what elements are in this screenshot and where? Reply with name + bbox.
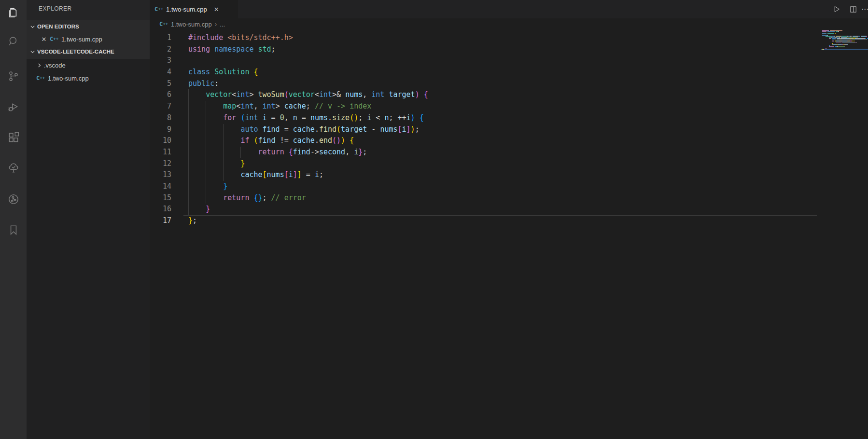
code-line[interactable]: 5public: <box>150 78 821 90</box>
minimap-line-fragment <box>841 36 847 37</box>
minimap-line-fragment <box>865 38 866 39</box>
minimap-line-fragment <box>827 33 834 34</box>
minimap-line-fragment <box>866 40 867 41</box>
workspace-section-header[interactable]: VSCODE-LEETCODE-CACHE <box>27 45 152 58</box>
minimap-line-fragment <box>852 40 857 41</box>
code-line[interactable]: 15 return {}; // error <box>150 192 821 204</box>
todo-tree-icon[interactable] <box>0 155 27 180</box>
minimap-line-fragment <box>842 41 847 41</box>
bookmarks-icon[interactable] <box>0 218 27 243</box>
line-number: 7 <box>150 101 171 112</box>
code-line[interactable]: 6 vector<int> twoSum(vector<int>& nums, … <box>150 89 821 101</box>
line-number: 10 <box>150 135 171 147</box>
explorer-icon[interactable] <box>0 0 27 25</box>
code-line-text: #include <bits/stdc++.h> <box>188 32 293 44</box>
run-and-debug-icon[interactable] <box>0 95 27 120</box>
code-line-text: return {}; // error <box>188 192 306 204</box>
tree-item-vscode-folder[interactable]: .vscode <box>27 59 158 71</box>
line-number: 4 <box>150 67 171 78</box>
minimap-line-fragment <box>832 41 834 41</box>
tab-label: 1.two-sum.cpp <box>166 6 207 13</box>
cpp-file-icon: C++ <box>36 75 45 82</box>
line-number: 8 <box>150 112 171 124</box>
code-line[interactable]: 1#include <bits/stdc++.h> <box>150 32 821 44</box>
chevron-right-icon <box>35 63 43 68</box>
line-number: 5 <box>150 78 171 90</box>
tab-two-sum[interactable]: C++ 1.two-sum.cpp ✕ <box>150 0 238 18</box>
minimap-line-fragment <box>832 43 833 44</box>
extensions-icon[interactable] <box>0 125 27 150</box>
minimap-line-fragment <box>853 36 856 37</box>
code-line[interactable]: 14 } <box>150 181 821 192</box>
minimap-line-fragment <box>850 38 854 39</box>
code-line[interactable]: 16 } <box>150 204 821 215</box>
minimap-line-fragment <box>846 38 849 39</box>
minimap[interactable] <box>821 27 868 55</box>
minimap-line-fragment <box>848 42 853 43</box>
breadcrumb-more[interactable]: ... <box>220 21 225 28</box>
minimap-line-fragment <box>838 46 845 47</box>
code-line[interactable]: 9 auto find = cache.find(target - nums[i… <box>150 124 821 136</box>
more-actions-button[interactable]: ⋯ <box>861 2 868 16</box>
line-number: 15 <box>150 192 171 204</box>
code-line[interactable]: 7 map<int, int> cache; // v -> index <box>150 101 821 112</box>
minimap-line-fragment <box>829 46 834 47</box>
breadcrumb: C++ 1.two-sum.cpp › ... <box>150 18 225 30</box>
minimap-line-fragment <box>830 30 842 31</box>
minimap-line-fragment <box>834 36 835 37</box>
code-line[interactable]: 17}; <box>150 215 821 227</box>
minimap-line-fragment <box>858 36 860 37</box>
cpp-file-icon: C++ <box>154 6 163 13</box>
line-number: 11 <box>150 147 171 158</box>
minimap-line-fragment <box>859 40 863 41</box>
sidebar-title: EXPLORER <box>39 5 72 12</box>
line-number: 17 <box>150 215 171 227</box>
minimap-line-fragment <box>851 36 852 37</box>
minimap-line-fragment <box>848 44 849 45</box>
minimap-line-fragment <box>842 42 846 43</box>
code-line[interactable]: 13 cache[nums[i]] = i; <box>150 169 821 181</box>
code-line[interactable]: 12 } <box>150 158 821 170</box>
breadcrumb-separator: › <box>215 20 217 28</box>
code-line-text: public: <box>188 78 219 90</box>
code-line[interactable]: 4class Solution { <box>150 67 821 78</box>
code-line[interactable]: 8 for (int i = 0, n = nums.size(); i < n… <box>150 112 821 124</box>
code-line[interactable]: 11 return {find->second, i}; <box>150 147 821 158</box>
open-editor-item[interactable]: ✕ C++ 1.two-sum.cpp <box>27 33 163 45</box>
tab-bar: C++ 1.two-sum.cpp ✕ ⋯ <box>150 0 868 18</box>
line-number: 1 <box>150 32 171 44</box>
minimap-line-fragment <box>832 44 837 45</box>
line-number: 13 <box>150 169 171 181</box>
tab-close-icon[interactable]: ✕ <box>214 6 219 13</box>
code-line-text: auto find = cache.find(target - nums[i])… <box>188 124 420 136</box>
tree-item-label: .vscode <box>44 62 66 69</box>
breadcrumb-file[interactable]: 1.two-sum.cpp <box>171 21 212 28</box>
minimap-line-fragment <box>829 38 831 39</box>
cpp-file-icon: C++ <box>159 21 168 27</box>
code-editor[interactable]: 1#include <bits/stdc++.h>2using namespac… <box>150 32 821 227</box>
split-editor-button[interactable] <box>845 2 861 16</box>
minimap-line-fragment <box>822 33 826 34</box>
minimap-line-fragment <box>852 41 853 41</box>
source-control-icon[interactable] <box>0 64 27 89</box>
open-editor-label: 1.two-sum.cpp <box>61 36 102 43</box>
git-graph-icon[interactable] <box>0 187 27 212</box>
code-line-text: return {find->second, i}; <box>188 147 367 158</box>
minimap-line-fragment <box>861 36 867 37</box>
minimap-line-fragment <box>829 45 830 46</box>
sidebar: EXPLORER OPEN EDITORS ✕ C++ 1.two-sum.cp… <box>27 0 150 439</box>
open-editors-section-header[interactable]: OPEN EDITORS <box>27 20 152 33</box>
code-line-text: class Solution { <box>188 67 258 78</box>
close-icon[interactable]: ✕ <box>40 36 48 43</box>
code-line[interactable]: 3 <box>150 55 821 67</box>
tree-item-two-sum-file[interactable]: C++ 1.two-sum.cpp <box>27 72 159 84</box>
minimap-line-fragment <box>822 35 827 36</box>
minimap-line-fragment <box>827 35 828 36</box>
minimap-line-fragment <box>837 40 840 41</box>
search-icon[interactable] <box>0 29 27 54</box>
code-line[interactable]: 10 if (find != cache.end()) { <box>150 135 821 147</box>
run-code-button[interactable] <box>828 2 845 16</box>
code-line[interactable]: 2using namespace std; <box>150 44 821 55</box>
section-label: OPEN EDITORS <box>37 24 79 29</box>
minimap-line-fragment <box>826 48 826 49</box>
